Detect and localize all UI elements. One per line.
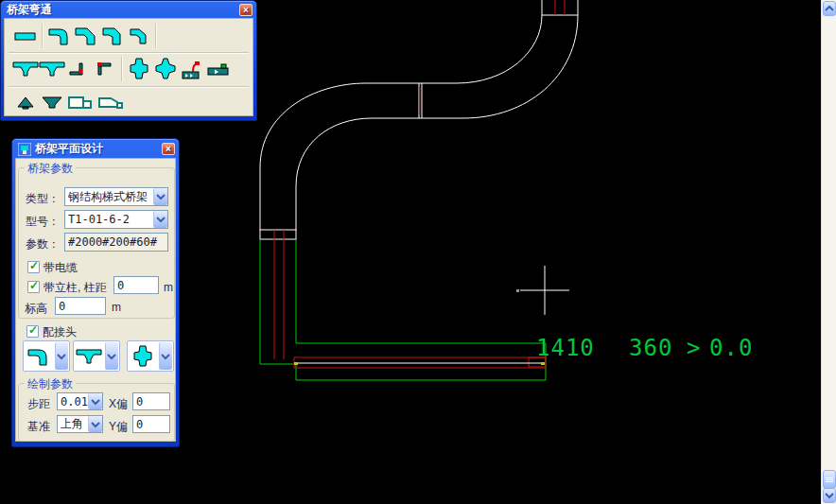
bend-toolbar-window: 桥架弯通 × <box>0 0 257 121</box>
param-field[interactable] <box>64 233 168 252</box>
elevation-unit-label: m <box>112 301 121 314</box>
cross-icon[interactable] <box>126 57 152 81</box>
y-offset-field[interactable] <box>132 415 170 433</box>
chevron-down-icon[interactable] <box>153 188 167 205</box>
step-combobox-value: 0.01 <box>58 395 88 408</box>
scroll-up-button[interactable] <box>823 1 836 16</box>
cable-checkbox[interactable]: ✓ <box>27 261 40 273</box>
toolbar-separator <box>121 57 123 81</box>
horizontal-reducer-icon[interactable] <box>205 57 232 81</box>
close-icon[interactable]: × <box>162 143 175 155</box>
step-combobox[interactable]: 0.01 <box>57 392 103 410</box>
tray-design-dialog: 桥架平面设计 × 桥架参数 类型： 钢结构梯式桥架 型号： T1-01-6-2 … <box>11 138 180 447</box>
riser-down-icon[interactable] <box>65 57 92 81</box>
tray-s-curve <box>260 15 578 239</box>
cursor-dot <box>516 289 519 292</box>
bend-toolbar-title: 桥架弯通 <box>7 2 52 18</box>
dimension-value-2: 360 <box>629 336 672 360</box>
tray-top-stub <box>542 0 578 15</box>
scrollbar-thumb[interactable] <box>823 470 836 489</box>
cable-red-lines <box>274 230 546 368</box>
datum-combobox-value: 上角 <box>58 416 88 432</box>
chevron-down-icon[interactable] <box>105 342 118 370</box>
model-combobox[interactable]: T1-01-6-2 <box>64 210 168 229</box>
tray-l-green <box>260 239 546 380</box>
tray-down-icon[interactable] <box>39 91 65 115</box>
bend-toolbar-titlebar[interactable]: 桥架弯通 × <box>4 1 253 18</box>
reducer-rect-icon[interactable] <box>65 91 96 115</box>
tray-params-group: 桥架参数 类型： 钢结构梯式桥架 型号： T1-01-6-2 参数： ✓ 带电缆… <box>18 167 175 319</box>
dialog-app-icon <box>18 143 31 156</box>
column-checkbox-label: 带立柱, 柱距 <box>44 280 107 296</box>
dimension-value-3: 0.0 <box>709 336 753 360</box>
elbow-curve-icon <box>24 341 54 371</box>
vertical-bend-icon[interactable] <box>179 57 205 81</box>
elevation-field[interactable] <box>55 297 106 315</box>
straight-tray-icon[interactable] <box>12 24 39 48</box>
dialog-titlebar[interactable]: 桥架平面设计 × <box>15 139 176 158</box>
cable-checkbox-label: 带电缆 <box>44 260 78 276</box>
snap-mark-right <box>541 362 545 365</box>
riser-up-icon[interactable] <box>92 57 118 81</box>
x-offset-field[interactable] <box>132 392 170 410</box>
toolbar-separator <box>155 24 157 48</box>
column-unit-label: m <box>164 281 173 294</box>
type-label: 类型： <box>26 191 60 207</box>
dimension-separator: > <box>687 336 701 360</box>
toolbar-separator <box>42 24 44 48</box>
toolbar-row-divider <box>9 86 249 88</box>
tray-up-icon[interactable] <box>12 91 39 115</box>
chevron-down-icon[interactable] <box>153 211 167 228</box>
datum-combobox[interactable]: 上角 <box>57 415 103 433</box>
toolbar-row-divider <box>9 52 249 54</box>
bend-toolbar-body <box>4 18 253 116</box>
chevron-down-icon[interactable] <box>88 393 102 409</box>
tee-fitting-button[interactable] <box>73 340 120 372</box>
datum-label: 基准 <box>27 419 50 435</box>
chevron-down-icon[interactable] <box>159 342 172 370</box>
check-icon: ✓ <box>28 323 38 337</box>
tray-params-group-label: 桥架参数 <box>25 161 76 177</box>
chevron-up-icon <box>824 4 835 13</box>
snap-mark-left <box>294 362 298 365</box>
dimension-value-1: 1410 <box>536 336 595 360</box>
model-label: 型号： <box>26 214 60 230</box>
column-checkbox[interactable]: ✓ <box>27 281 40 293</box>
dialog-title: 桥架平面设计 <box>35 141 103 157</box>
tee-icon[interactable] <box>12 57 39 81</box>
type-combobox-value: 钢结构梯式桥架 <box>65 189 153 205</box>
check-icon: ✓ <box>29 259 39 272</box>
column-spacing-field[interactable] <box>113 276 159 294</box>
type-combobox[interactable]: 钢结构梯式桥架 <box>64 187 168 206</box>
elbow-square-icon[interactable] <box>99 24 126 48</box>
vertical-scrollbar[interactable] <box>821 0 836 504</box>
crosshair-cursor <box>520 266 569 315</box>
draw-params-group: 绘制参数 步距 0.01 X偏 基准 上角 Y偏 <box>18 383 175 442</box>
y-offset-label: Y偏 <box>109 419 128 435</box>
elevation-label: 标高 <box>25 301 47 317</box>
app-root: 1410 360 > 0.0 桥架弯通 × <box>0 0 836 504</box>
elbow-curve-icon[interactable] <box>46 24 73 48</box>
cross-fitting-button[interactable] <box>127 340 174 372</box>
chevron-down-icon[interactable] <box>55 342 68 370</box>
chevron-down-icon[interactable] <box>88 416 102 432</box>
scroll-down-button[interactable] <box>823 488 836 503</box>
draw-params-group-label: 绘制参数 <box>25 376 76 392</box>
step-label: 步距 <box>27 396 50 412</box>
fitting-checkbox-label: 配接头 <box>43 324 77 340</box>
close-icon[interactable]: × <box>239 4 253 16</box>
elbow-miter-large-icon[interactable] <box>73 24 99 48</box>
param-label: 参数： <box>26 236 60 252</box>
elbow-miter-small-icon[interactable] <box>126 24 152 48</box>
x-offset-label: X偏 <box>109 396 128 412</box>
reducer-trapezoid-icon[interactable] <box>96 91 126 115</box>
model-combobox-value: T1-01-6-2 <box>65 213 153 226</box>
elbow-fitting-button[interactable] <box>23 340 70 372</box>
tee-icon <box>74 341 104 371</box>
fitting-checkbox[interactable]: ✓ <box>26 325 39 338</box>
chevron-down-icon <box>824 491 835 500</box>
cross-alt-icon[interactable] <box>152 57 179 81</box>
tee-alt-icon[interactable] <box>39 57 65 81</box>
dialog-body: 桥架参数 类型： 钢结构梯式桥架 型号： T1-01-6-2 参数： ✓ 带电缆… <box>15 158 176 442</box>
cross-icon <box>128 341 158 371</box>
